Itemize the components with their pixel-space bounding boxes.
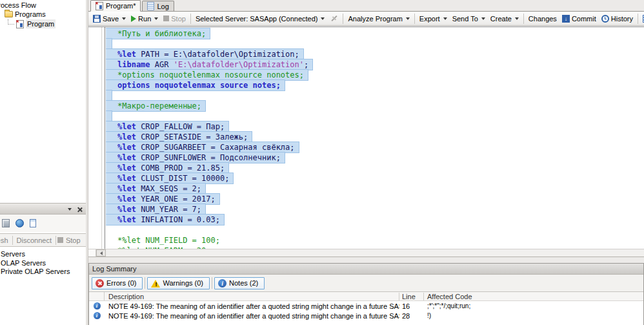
analyze-caret-icon[interactable] — [406, 17, 410, 20]
send-to-caret-icon[interactable] — [481, 17, 485, 20]
pane-close-icon[interactable] — [77, 207, 82, 212]
stop-button[interactable]: Stop — [161, 14, 188, 24]
selected-server-dropdown[interactable]: Selected Server: SASApp (Connected) — [193, 14, 328, 24]
log-filter-bar: Errors (0) Warnings (0) i Notes (2) — [89, 275, 643, 292]
send-to-button[interactable]: Send To — [450, 14, 488, 24]
code-token: PATH = E:\datafolder\Optimization; — [136, 50, 299, 59]
history-button[interactable]: History — [599, 14, 636, 24]
code-line[interactable]: libname AGR 'E:\datafolder\Optimization'… — [106, 59, 644, 70]
notes-filter-button[interactable]: i Notes (2) — [214, 277, 265, 289]
server-item-olap-servers[interactable]: OLAP Servers — [0, 259, 86, 268]
code-line[interactable]: options noquotelenmax source notes; — [106, 80, 644, 90]
disconnect-button[interactable]: Disconnect — [14, 236, 54, 244]
code-token: options noquotelenmax source notes; — [117, 81, 281, 90]
code-line[interactable]: %let INFLATION = 0.03; — [106, 215, 644, 225]
code-line[interactable]: %let COMB_PROD = 21.85; — [106, 163, 644, 173]
code-area[interactable]: *Путь и библиотека;%let PATH = E:\datafo… — [106, 27, 644, 249]
tree-item-program[interactable]: Program — [8, 19, 86, 28]
programs-label: Programs — [15, 10, 46, 19]
toolbar-separator — [343, 14, 343, 24]
pane-menu-caret-icon[interactable] — [68, 208, 72, 211]
tab-log[interactable]: Log — [142, 1, 174, 11]
affected-code-column-header[interactable]: Affected Code — [424, 293, 643, 300]
code-token: NUM_YEAR = 7; — [136, 205, 201, 214]
code-editor[interactable]: *Путь и библиотека;%let PATH = E:\datafo… — [88, 26, 644, 257]
code-line[interactable]: %let CLUST_DIST = 10000; — [106, 173, 644, 183]
table-row[interactable]: i NOTE 49-169: The meaning of an identif… — [89, 301, 643, 311]
server-list-pane: Refresh Disconnect Stop Servers OLAP Ser… — [0, 203, 86, 325]
selected-code-text: %let CROP_SUGARBEET = Сахарная свёкла; — [106, 142, 299, 152]
list-view-icon[interactable] — [30, 219, 36, 227]
commit-button[interactable]: ↓ Commit — [559, 14, 599, 24]
selected-code-text: options noquotelenmax source notes; — [106, 80, 285, 90]
horizontal-scrollbar[interactable] — [88, 249, 644, 257]
code-token: %let — [117, 205, 136, 214]
refresh-button[interactable]: Refresh — [0, 236, 11, 244]
tree-item-process-flow[interactable]: Process Flow — [0, 0, 86, 9]
code-token: *%let NUM_FIELD = 100; — [117, 236, 220, 245]
export-caret-icon[interactable] — [443, 17, 447, 20]
toolbar-separator — [414, 14, 415, 24]
code-line[interactable]: *options noquotelenmax nosource nonotes; — [106, 70, 644, 80]
server-stop-button[interactable]: Stop — [63, 236, 83, 244]
code-line[interactable] — [106, 111, 644, 121]
server-pane-toolbar: Refresh Disconnect Stop — [0, 233, 86, 247]
server-item-private-olap-servers[interactable]: Private OLAP Servers — [0, 267, 86, 277]
servers-view-icon[interactable] — [2, 219, 10, 227]
code-line[interactable]: %let NUM_YEAR = 7; — [106, 204, 644, 215]
code-line[interactable]: *%let NUM_FIELD = 100; — [106, 235, 644, 246]
save-button[interactable]: Save — [90, 14, 128, 24]
server-item-servers[interactable]: Servers — [0, 250, 86, 259]
create-caret-icon[interactable] — [515, 17, 519, 20]
code-line[interactable]: %let CROP_SUNFLOWER = Подсолнечник; — [106, 152, 644, 163]
warnings-filter-button[interactable]: Warnings (0) — [147, 277, 210, 289]
line-cell: 28 — [399, 312, 424, 320]
line-column-header[interactable]: Line — [399, 293, 424, 300]
code-line[interactable]: *Путь и библиотека; — [106, 28, 644, 39]
code-line[interactable]: %let CROP_SETASIDE = Залежь; — [106, 132, 644, 142]
table-row[interactable]: i NOTE 49-169: The meaning of an identif… — [89, 311, 643, 320]
export-button[interactable]: Export — [417, 14, 450, 24]
errors-filter-button[interactable]: Errors (0) — [92, 277, 143, 289]
selection-stub — [106, 90, 112, 101]
tree-item-programs[interactable]: Programs — [5, 10, 86, 19]
connections-view-icon[interactable] — [15, 219, 24, 227]
program-label: Program — [26, 19, 55, 28]
icon-column-header[interactable] — [89, 292, 105, 300]
sas-eg-window: { "colors": { "selection": "#c6ddf3", "s… — [0, 0, 644, 325]
server-caret-icon[interactable] — [321, 17, 325, 20]
changes-button[interactable]: Changes — [526, 14, 559, 24]
process-flow-label: Process Flow — [0, 1, 36, 10]
warnings-label: Warnings (0) — [163, 279, 203, 287]
errors-label: Errors (0) — [106, 279, 136, 287]
code-line[interactable]: %let CROP_SUGARBEET = Сахарная свёкла; — [106, 142, 644, 152]
scroll-left-button[interactable] — [96, 249, 106, 257]
code-line[interactable] — [106, 39, 644, 49]
editor-toolbar: Save Run Stop Selected Server: SASApp (C… — [88, 12, 644, 26]
error-icon — [96, 279, 104, 288]
code-line[interactable] — [106, 225, 644, 235]
save-caret-icon[interactable] — [122, 17, 126, 20]
disconnect-server-button[interactable] — [327, 13, 341, 24]
code-line[interactable]: %let PATH = E:\datafolder\Optimization; — [106, 49, 644, 59]
analyze-program-button[interactable]: Analyze Program — [345, 14, 412, 24]
description-column-header[interactable]: Description — [105, 293, 399, 300]
code-line[interactable]: %let MAX_SEQS = 2; — [106, 183, 644, 194]
server-pane-view-icons — [0, 215, 86, 232]
code-line[interactable]: %let CROP_FALLOW = Пар; — [106, 121, 644, 132]
run-button[interactable]: Run — [128, 14, 161, 24]
code-token: ; — [304, 60, 308, 69]
panel-splitter[interactable] — [88, 257, 644, 263]
create-button[interactable]: Create — [488, 14, 521, 24]
code-line[interactable] — [106, 90, 644, 101]
send-to-label: Send To — [452, 15, 478, 23]
tab-program[interactable]: Program* — [90, 0, 141, 12]
code-token: %let — [117, 153, 136, 162]
properties-button[interactable]: Properties — [640, 14, 644, 24]
run-caret-icon[interactable] — [154, 17, 158, 20]
code-token: *Макро-переменные; — [117, 101, 201, 110]
code-token: %let — [117, 174, 136, 183]
code-line[interactable]: %let YEAR_ONE = 2017; — [106, 194, 644, 204]
code-line[interactable]: *Макро-переменные; — [106, 101, 644, 111]
row-icon-cell: i — [89, 311, 105, 320]
